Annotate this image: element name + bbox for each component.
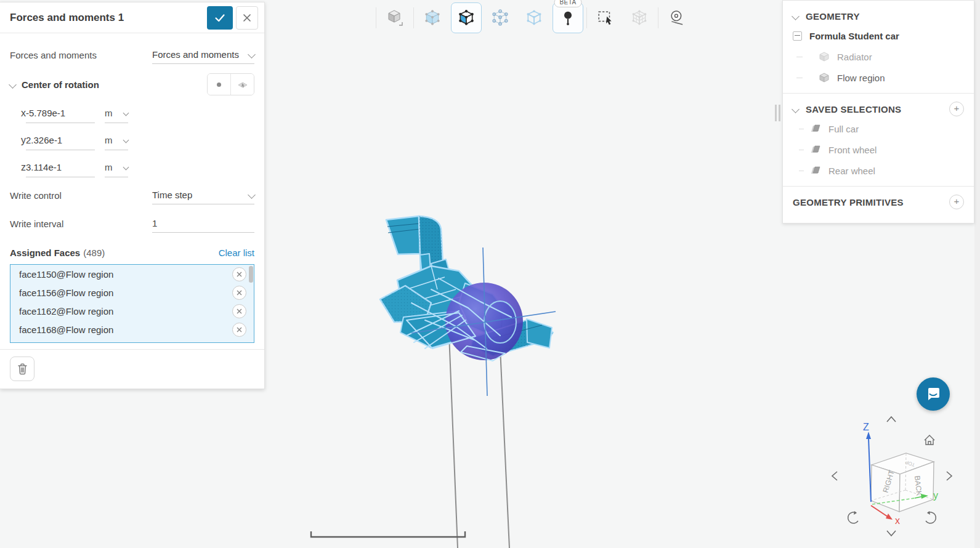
- panel-resize-handle[interactable]: [775, 105, 780, 121]
- tree-item-flow-region[interactable]: Flow region: [783, 67, 974, 88]
- tree-root-formula-student-car[interactable]: Formula Student car: [783, 25, 974, 46]
- coord-x-input[interactable]: -5.789e-1: [26, 104, 95, 123]
- write-interval-label: Write interval: [10, 219, 152, 229]
- coord-z-input[interactable]: 3.114e-1: [26, 158, 95, 177]
- tree-item-radiator[interactable]: Radiator: [783, 46, 974, 67]
- geometry-section-header[interactable]: GEOMETRY: [783, 7, 974, 25]
- chevron-down-icon: [792, 12, 800, 20]
- axis-x-label: x: [895, 515, 900, 526]
- selection-stack-icon: [810, 123, 821, 134]
- type-dropdown[interactable]: Forces and moments: [152, 46, 254, 64]
- center-of-rotation-title: Center of rotation: [22, 79, 207, 90]
- axis-z-label: Z: [863, 422, 869, 432]
- chevron-down-icon: [123, 110, 129, 116]
- orbit-right-button[interactable]: [947, 472, 952, 480]
- assigned-faces-label: Assigned Faces: [10, 248, 80, 258]
- add-geometry-primitive-button[interactable]: +: [949, 195, 964, 209]
- scale-bar: [311, 531, 465, 537]
- support-chat-button[interactable]: [917, 377, 950, 411]
- write-control-dropdown[interactable]: Time step: [152, 186, 254, 204]
- solid-cube-icon[interactable]: [379, 2, 410, 33]
- navigation-cube[interactable]: RIGHT BACK TOP Z y x: [827, 408, 957, 541]
- geometry-title: GEOMETRY: [806, 11, 860, 22]
- collapse-chevron-icon[interactable]: [9, 81, 17, 89]
- coord-y-unit-dropdown[interactable]: m: [105, 131, 128, 150]
- coord-y-input[interactable]: 2.326e-1: [26, 131, 95, 150]
- probe-point-icon[interactable]: BETA: [553, 2, 583, 33]
- coord-z-label: z: [10, 162, 26, 173]
- remove-face-button[interactable]: [232, 267, 246, 281]
- face-list-item[interactable]: face1168@Flow region: [10, 320, 254, 339]
- remove-face-button[interactable]: [232, 286, 246, 300]
- coord-z-unit-dropdown[interactable]: m: [105, 158, 128, 177]
- saved-selection-label: Front wheel: [828, 145, 877, 155]
- face-name: face1162@Flow region: [19, 306, 232, 316]
- face-list-item[interactable]: face1150@Flow region: [10, 265, 254, 283]
- saved-selection-label: Rear wheel: [828, 166, 875, 176]
- rotate-ccw-button[interactable]: [848, 511, 858, 523]
- mesh-select-icon: [624, 2, 655, 33]
- close-icon: [237, 272, 242, 277]
- edge-select-icon[interactable]: [485, 2, 516, 33]
- chevron-down-icon: [123, 164, 129, 171]
- face-name: face1168@Flow region: [19, 324, 232, 335]
- orbit-down-button[interactable]: [887, 531, 896, 536]
- face-name: face1156@Flow region: [19, 288, 232, 298]
- write-interval-value: 1: [152, 218, 254, 228]
- delete-button[interactable]: [10, 357, 34, 381]
- check-icon: [213, 11, 227, 25]
- write-control-label: Write control: [10, 190, 152, 201]
- selection-stack-icon: [810, 165, 821, 176]
- unit-value: m: [105, 135, 113, 145]
- remove-face-button[interactable]: [232, 304, 246, 318]
- chat-bubble-icon: [925, 386, 941, 402]
- measure-icon[interactable]: [662, 2, 692, 33]
- orbit-up-button[interactable]: [887, 417, 896, 422]
- coord-x-unit-dropdown[interactable]: m: [105, 104, 128, 123]
- geometry-primitives-header[interactable]: GEOMETRY PRIMITIVES +: [783, 193, 974, 211]
- apply-button[interactable]: [207, 6, 233, 30]
- remove-face-button[interactable]: [232, 323, 246, 337]
- toolbar-separator: [413, 7, 414, 28]
- pick-on-face-button[interactable]: [230, 74, 254, 95]
- view-cube[interactable]: RIGHT BACK TOP: [871, 453, 934, 512]
- saved-selection-front-wheel[interactable]: Front wheel: [783, 139, 974, 160]
- saved-selection-full-car[interactable]: Full car: [783, 118, 974, 139]
- face-pick-icon: [237, 79, 248, 90]
- saved-selection-label: Full car: [828, 124, 859, 134]
- cancel-button[interactable]: [236, 6, 258, 30]
- forces-and-moments-panel: Forces and moments 1 Forces and moments …: [0, 2, 265, 389]
- rotate-cw-button[interactable]: [926, 511, 936, 523]
- scene-tree-panel: GEOMETRY Formula Student car Radiator Fl…: [782, 0, 974, 224]
- cube-icon: [819, 51, 830, 62]
- face-select-icon[interactable]: [451, 2, 482, 33]
- home-view-button[interactable]: [925, 435, 934, 445]
- viewport-toolbar: BETA: [376, 2, 692, 34]
- face-list-item[interactable]: face1156@Flow region: [10, 283, 254, 302]
- panel-header: Forces and moments 1: [0, 2, 264, 33]
- saved-selections-header[interactable]: SAVED SELECTIONS +: [783, 100, 974, 118]
- box-select-icon[interactable]: [590, 2, 621, 33]
- vertex-select-icon[interactable]: [519, 2, 549, 33]
- add-saved-selection-button[interactable]: +: [949, 102, 964, 116]
- write-control-value: Time step: [152, 190, 249, 200]
- assigned-faces-list: face1150@Flow region face1156@Flow regio…: [10, 264, 254, 343]
- orbit-left-button[interactable]: [832, 472, 837, 480]
- close-icon: [237, 327, 242, 332]
- geometry-primitives-title: GEOMETRY PRIMITIVES: [793, 197, 904, 208]
- clear-list-link[interactable]: Clear list: [219, 248, 254, 258]
- pick-point-button[interactable]: [208, 74, 230, 95]
- chevron-down-icon: [792, 105, 800, 113]
- list-scrollbar-thumb[interactable]: [249, 266, 253, 283]
- tree-item-label: Flow region: [837, 73, 885, 83]
- saved-selections-title: SAVED SELECTIONS: [806, 104, 901, 115]
- collapse-box-icon[interactable]: [793, 31, 802, 41]
- toolbar-separator: [376, 7, 376, 28]
- trash-icon: [17, 363, 28, 375]
- volume-select-icon[interactable]: [417, 2, 448, 33]
- saved-selection-rear-wheel[interactable]: Rear wheel: [783, 160, 974, 181]
- unit-value: m: [105, 162, 113, 172]
- write-interval-input[interactable]: 1: [152, 214, 254, 233]
- face-list-item[interactable]: face1162@Flow region: [10, 302, 254, 320]
- toolbar-separator: [586, 7, 587, 28]
